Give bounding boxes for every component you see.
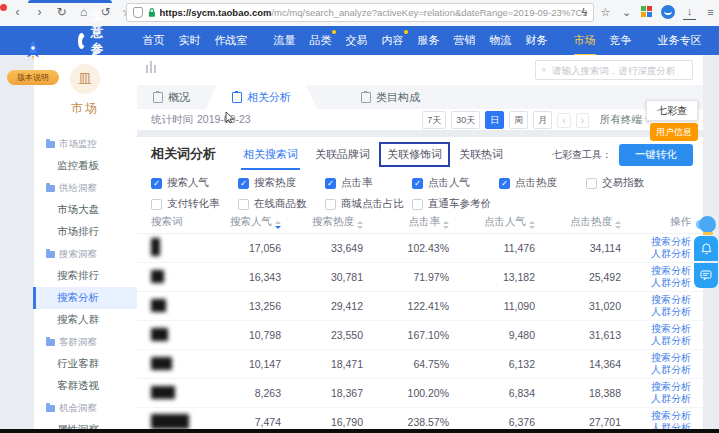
metric-trade-index[interactable]: 交易指数 (586, 176, 673, 190)
checkbox-icon[interactable] (412, 178, 423, 189)
user-info-badge[interactable]: 用户信息 (650, 123, 698, 141)
keyword-search-box[interactable] (535, 60, 693, 80)
mascot-icon[interactable] (696, 215, 717, 235)
checkbox-icon[interactable] (412, 199, 423, 210)
metric-search-popularity[interactable]: 搜索人气 (151, 176, 238, 190)
metric-mall-click-share[interactable]: 商城点击占比 (325, 197, 412, 211)
nav-item-category[interactable]: 品类 (310, 33, 332, 48)
subtab-related-search-words[interactable]: 相关搜索词 (243, 147, 298, 162)
checkbox-icon[interactable] (151, 178, 162, 189)
search-analysis-link[interactable]: 搜索分析 (621, 323, 691, 336)
metric-click-rate[interactable]: 点击率 (325, 176, 412, 190)
metric-ztc-reference-price[interactable]: 直通车参考价 (412, 197, 499, 211)
nav-item-market[interactable]: 市场 (574, 33, 596, 48)
nav-item-warroom[interactable]: 作战室 (215, 33, 248, 48)
subtab-related-brand-words[interactable]: 关联品牌词 (315, 147, 370, 162)
nav-item-content[interactable]: 内容 (382, 33, 404, 48)
metric-pay-conversion[interactable]: 支付转化率 (151, 197, 238, 211)
sidebar-section-search-insight[interactable]: 搜索洞察 (33, 243, 137, 265)
unit-month-button[interactable]: 月 (533, 111, 552, 129)
crowd-analysis-link[interactable]: 人群分析 (621, 277, 691, 290)
apps-grid-icon[interactable] (641, 6, 653, 18)
favorite-star-icon[interactable]: ☆ (599, 3, 612, 21)
tab-category-composition[interactable]: 类目构成 (345, 85, 436, 109)
flash-plugin-icon[interactable]: ϟ (578, 3, 591, 21)
download-icon[interactable]: ↓ (683, 4, 696, 20)
search-analysis-link[interactable]: 搜索分析 (621, 352, 691, 365)
version-note-float[interactable]: 版本说明 (7, 40, 59, 85)
metric-click-popularity[interactable]: 点击人气 (412, 176, 499, 190)
forward-icon[interactable]: › (32, 4, 47, 21)
crowd-analysis-link[interactable]: 人群分析 (621, 335, 691, 348)
nav-item-traffic[interactable]: 流量 (274, 33, 296, 48)
range-7d-button[interactable]: 7天 (422, 111, 446, 129)
tab-related-analysis[interactable]: 相关分析 (206, 85, 317, 109)
qicai-extension-popup[interactable]: 七彩查 (646, 100, 698, 121)
search-analysis-link[interactable]: 搜索分析 (621, 265, 691, 278)
subtab-related-hot-words[interactable]: 关联热词 (459, 147, 503, 162)
sidebar-item-customer-perspective[interactable]: 客群透视 (33, 375, 137, 397)
col-click-popularity[interactable]: 点击人气 (449, 215, 535, 229)
sidebar-item-market-ranking[interactable]: 市场排行 (33, 221, 137, 243)
sidebar-section-supply-insight[interactable]: 供给洞察 (33, 177, 137, 199)
sidebar-section-market-monitor[interactable]: 市场监控 (33, 133, 137, 155)
subtab-related-modifier-words[interactable]: 关联修饰词 (379, 142, 450, 167)
menu-icon[interactable]: ≡ (704, 3, 717, 21)
window-close-dot[interactable] (0, 4, 7, 11)
sidebar-item-monitor-board[interactable]: 监控看板 (33, 155, 137, 177)
search-analysis-link[interactable]: 搜索分析 (621, 236, 691, 249)
nav-item-logistics[interactable]: 物流 (490, 33, 512, 48)
checkbox-icon[interactable] (499, 178, 510, 189)
sidebar-section-opportunity-insight[interactable]: 机会洞察 (33, 397, 137, 419)
one-key-convert-button[interactable]: 一键转化 (619, 144, 693, 166)
messenger-icon[interactable] (661, 5, 675, 19)
crowd-analysis-link[interactable]: 人群分析 (621, 393, 691, 406)
crowd-analysis-link[interactable]: 人群分析 (621, 364, 691, 377)
address-bar[interactable]: https://sycm.taobao.com/mc/mq/search_ana… (126, 3, 594, 22)
reader-shield-icon[interactable] (133, 7, 143, 18)
nav-item-trade[interactable]: 交易 (346, 33, 368, 48)
back-icon[interactable]: ‹ (10, 4, 25, 21)
search-analysis-link[interactable]: 搜索分析 (621, 410, 691, 423)
version-note-label[interactable]: 版本说明 (7, 70, 59, 85)
browser-tab-strip[interactable] (28, 0, 112, 3)
next-date-button[interactable]: › (576, 113, 589, 128)
unit-day-button[interactable]: 日 (485, 111, 504, 129)
search-input[interactable] (550, 64, 686, 77)
refresh-icon[interactable]: ↻ (54, 4, 69, 21)
metric-online-products[interactable]: 在线商品数 (238, 197, 325, 211)
sidebar-item-industry-customers[interactable]: 行业客群 (33, 353, 137, 375)
col-search-popularity[interactable]: 搜索人气 (201, 215, 281, 229)
nav-item-realtime[interactable]: 实时 (179, 33, 201, 48)
crowd-analysis-link[interactable]: 人群分析 (621, 306, 691, 319)
sidebar-item-search-ranking[interactable]: 搜索排行 (33, 265, 137, 287)
metric-search-heat[interactable]: 搜索热度 (238, 176, 325, 190)
unit-week-button[interactable]: 周 (509, 111, 528, 129)
search-analysis-link[interactable]: 搜索分析 (621, 294, 691, 307)
sidebar-section-customer-insight[interactable]: 客群洞察 (33, 331, 137, 353)
collapse-handle-icon[interactable] (146, 61, 156, 73)
prev-date-button[interactable]: ‹ (557, 113, 570, 128)
checkbox-icon[interactable] (586, 178, 597, 189)
notification-bell-button[interactable] (694, 236, 718, 261)
checkbox-icon[interactable] (238, 199, 249, 210)
col-search-heat[interactable]: 搜索热度 (281, 215, 363, 229)
nav-item-marketing[interactable]: 营销 (454, 33, 476, 48)
checkbox-icon[interactable] (151, 199, 162, 210)
search-analysis-link[interactable]: 搜索分析 (621, 381, 691, 394)
checkbox-icon[interactable] (238, 178, 249, 189)
sidebar-item-market-overview[interactable]: 市场大盘 (33, 199, 137, 221)
tab-overview[interactable]: 概况 (137, 85, 206, 109)
chevron-down-icon[interactable]: ⌄ (620, 3, 633, 21)
col-click-rate[interactable]: 点击率 (363, 215, 449, 229)
sidebar-item-search-analysis[interactable]: 搜索分析 (33, 287, 137, 309)
col-click-heat[interactable]: 点击热度 (535, 215, 621, 229)
sidebar-item-search-crowd[interactable]: 搜索人群 (33, 309, 137, 331)
metric-click-heat[interactable]: 点击热度 (499, 176, 586, 190)
nav-item-finance[interactable]: 财务 (526, 33, 548, 48)
range-30d-button[interactable]: 30天 (451, 111, 480, 129)
nav-item-business-zone[interactable]: 业务专区 (658, 33, 702, 48)
feedback-chat-button[interactable] (694, 263, 718, 288)
crowd-analysis-link[interactable]: 人群分析 (621, 248, 691, 261)
nav-item-service[interactable]: 服务 (418, 33, 440, 48)
